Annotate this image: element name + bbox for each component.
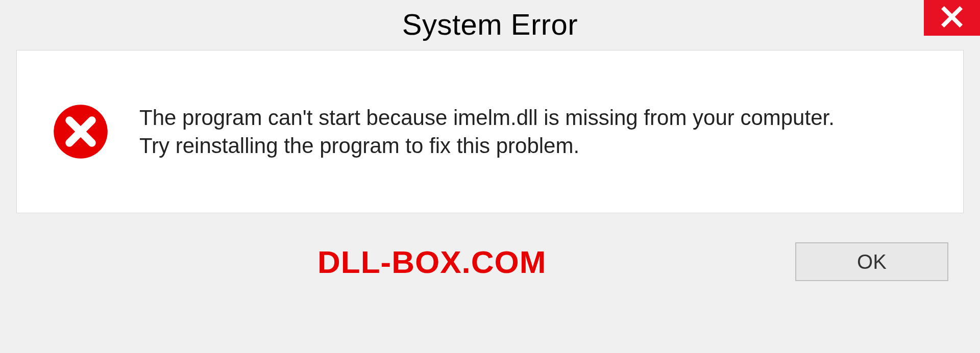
- error-message-line2: Try reinstalling the program to fix this…: [139, 132, 835, 160]
- dialog-footer: DLL-BOX.COM OK: [16, 213, 964, 295]
- ok-button[interactable]: OK: [795, 242, 948, 281]
- dialog-title: System Error: [402, 0, 578, 41]
- watermark-text: DLL-BOX.COM: [32, 244, 546, 280]
- error-message-line1: The program can't start because imelm.dl…: [139, 104, 835, 132]
- titlebar: System Error: [0, 0, 980, 50]
- error-message: The program can't start because imelm.dl…: [139, 104, 835, 160]
- close-icon: [940, 5, 964, 31]
- error-icon: [53, 104, 109, 160]
- close-button[interactable]: [924, 0, 980, 36]
- content-panel: The program can't start because imelm.dl…: [16, 50, 964, 213]
